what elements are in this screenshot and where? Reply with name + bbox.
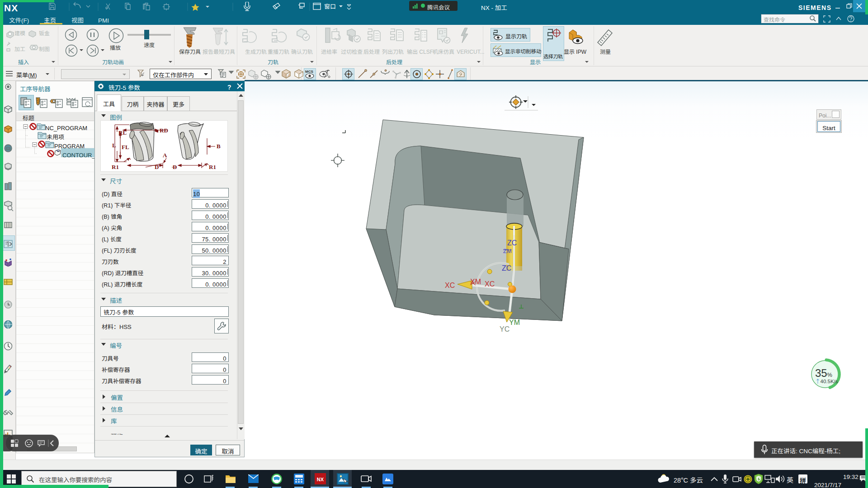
svg-text:R1: R1 — [209, 164, 216, 170]
svg-text:窗口: 窗口 — [324, 2, 336, 10]
svg-text:MCS: MCS — [305, 70, 313, 74]
svg-text:B: B — [217, 143, 221, 150]
svg-text:R1: R1 — [112, 164, 119, 170]
svg-text:ZM: ZM — [503, 246, 512, 255]
svg-text:D: D — [155, 164, 159, 170]
svg-text:FL: FL — [122, 144, 129, 150]
svg-text:ZC: ZC — [502, 262, 511, 273]
svg-text:↑40.5K/s: ↑40.5K/s — [815, 377, 838, 385]
svg-text:XC: XC — [445, 279, 455, 290]
svg-text:A: A — [163, 152, 167, 159]
svg-text:YC: YC — [500, 323, 509, 334]
svg-text:RL: RL — [118, 129, 127, 136]
svg-text:RD: RD — [160, 127, 168, 134]
svg-text:YM: YM — [509, 316, 520, 327]
svg-text:D: D — [173, 164, 177, 170]
svg-text:XC: XC — [485, 278, 495, 289]
svg-text:L: L — [112, 142, 116, 149]
